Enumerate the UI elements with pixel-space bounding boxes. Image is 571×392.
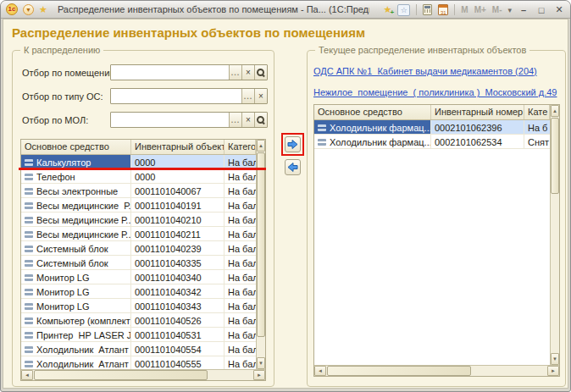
column-header-asset[interactable]: Основное средство (21, 140, 131, 154)
category-cell: На бала (225, 313, 256, 327)
filter-ostype-input[interactable] (111, 89, 241, 103)
scroll-down-icon[interactable]: ▼ (257, 357, 265, 369)
catalog-item-icon (25, 289, 33, 295)
inventory-object-cell: 0001101040067 (131, 184, 225, 197)
category-cell: На бала (225, 184, 256, 197)
table-row[interactable]: Весы электронные 0001101040067 На бала (21, 184, 256, 198)
horizontal-scrollbar[interactable]: ◄ ► (21, 369, 265, 380)
asset-name: Холодильник фармац... (330, 123, 431, 133)
move-left-button[interactable] (285, 159, 301, 175)
table-body: Калькулятор 0000 На бала Телефон 0000 На… (21, 155, 256, 369)
table-row[interactable]: Весы медицинские Р... 0001101040210 На б… (21, 213, 256, 227)
column-header-asset[interactable]: Основное средство (314, 105, 431, 119)
table-row[interactable]: Монитор LG 0001101040343 На бала (21, 299, 256, 313)
catalog-item-icon (25, 217, 33, 224)
table-row[interactable]: Холодильник фармац... 0002101062396 На б (314, 120, 550, 135)
column-header-category[interactable]: Кате (524, 105, 550, 119)
asset-cell: Компьютер (комплект) (21, 313, 131, 327)
building-link[interactable]: Нежилое помещение ( поликлиника ) Москов… (313, 87, 557, 97)
table-row[interactable]: Системный блок 0001101040335 На бала (21, 256, 256, 270)
table-row[interactable]: Холодильник фармац... 0002101062534 Снят (314, 135, 550, 149)
add-favorite-icon[interactable]: ★ (383, 4, 391, 15)
inventory-object-cell: 0001101040531 (131, 328, 225, 341)
scrollbar-thumb[interactable] (551, 118, 559, 194)
current-objects-table: Основное средство Инвентарный номер Кате… (313, 104, 560, 377)
calendar-icon[interactable]: 31 (438, 4, 448, 15)
1c-logo-icon[interactable]: 1с (6, 3, 18, 15)
memory-minus-button[interactable]: M- (492, 5, 502, 14)
filter-mol-label: Отбор по МОЛ: (22, 115, 88, 125)
calculator-icon[interactable] (423, 4, 432, 15)
move-left-icon (287, 162, 298, 173)
table-row[interactable]: Системный блок 0001101040239 На бала (21, 241, 256, 256)
titlebar-separator (454, 4, 455, 15)
filter-ostype-label: Отбор по типу ОС: (22, 91, 103, 102)
category-cell: На бала (225, 198, 256, 212)
asset-cell: Монитор LG (21, 270, 131, 284)
column-header-category[interactable]: Категор (225, 140, 256, 154)
scroll-up-icon[interactable]: ▲ (257, 140, 265, 152)
filter-mol-select-button[interactable]: ... (229, 113, 241, 127)
scrollbar-thumb[interactable] (257, 152, 265, 337)
scroll-left-icon[interactable]: ◄ (21, 370, 33, 380)
filter-ostype-clear-button[interactable]: × (254, 89, 267, 103)
scrollbar-thumb[interactable] (327, 366, 471, 376)
asset-cell: Калькулятор (21, 155, 131, 168)
favorites-star-icon[interactable]: ★ (39, 4, 47, 15)
table-row[interactable]: Весы медицинские Р... 0001101040211 На б… (21, 227, 256, 241)
system-menu-icon[interactable]: ▼ (23, 4, 34, 15)
inventory-object-cell: 0001101040335 (131, 256, 225, 269)
asset-cell: Весы электронные (21, 184, 131, 197)
table-header: Основное средство Инвентарный объект Кат… (21, 140, 256, 155)
table-row[interactable]: Холодильник Атлант 0001101040554 На бала (21, 342, 256, 356)
titlebar-separator (416, 4, 417, 15)
filter-mol-clear-button[interactable]: × (241, 113, 254, 127)
filter-room-input[interactable] (111, 65, 229, 80)
toolbar-overflow-icon[interactable]: ▾ (507, 6, 512, 14)
close-button[interactable]: ✕ (553, 4, 565, 15)
table-row[interactable]: Телефон 0000 На бала (21, 169, 256, 184)
table-row[interactable]: Монитор LG 0001101040340 На бала (21, 270, 256, 284)
filter-room-select-button[interactable]: ... (229, 65, 241, 80)
filter-room-search-button[interactable] (254, 65, 267, 80)
scroll-left-icon[interactable]: ◄ (314, 366, 326, 376)
catalog-item-icon (25, 361, 33, 367)
maximize-button[interactable]: □ (535, 5, 547, 15)
favorites-list-icon[interactable]: ☆ (397, 4, 410, 16)
table-row[interactable]: Весы медицинские Р... 0001101040191 На б… (21, 198, 256, 213)
table-row[interactable]: Холодильник Атлант 0001101040555 На бала (21, 356, 256, 369)
memory-recall-button[interactable]: M (461, 5, 468, 14)
memory-plus-button[interactable]: M+ (474, 5, 486, 14)
vertical-scrollbar[interactable]: ▲ ▼ (550, 105, 559, 365)
filter-room-clear-button[interactable]: × (241, 65, 254, 80)
vertical-scrollbar[interactable]: ▲ ▼ (256, 140, 265, 369)
asset-cell: Системный блок (21, 241, 131, 255)
column-header-inventory-object[interactable]: Инвентарный объект (131, 140, 225, 154)
room-link[interactable]: ОДС АПК №1 Кабинет выдачи медикаментов (… (313, 66, 537, 76)
form-client-area: Распределение инвентарных объектов по по… (3, 19, 568, 389)
scroll-up-icon[interactable]: ▲ (551, 105, 559, 117)
horizontal-scrollbar[interactable]: ◄ ► (314, 365, 559, 376)
tutorial-box-annotation (281, 133, 304, 156)
table-row[interactable]: Монитор LG 0001101040342 На бала (21, 284, 256, 299)
table-row[interactable]: Принтер HP LASER J... 0001101040531 На б… (21, 328, 256, 342)
scroll-down-icon[interactable]: ▼ (551, 353, 559, 365)
asset-name: Телефон (36, 172, 75, 182)
table-row[interactable]: Компьютер (комплект) 0001101040526 На ба… (21, 313, 256, 328)
filter-ostype-select-button[interactable]: ... (241, 89, 254, 103)
catalog-item-icon (25, 303, 33, 310)
scroll-right-icon[interactable]: ► (547, 366, 559, 376)
asset-name: Монитор LG (36, 287, 90, 297)
category-cell: На бала (225, 241, 256, 255)
scroll-right-icon[interactable]: ► (253, 370, 265, 380)
scrollbar-thumb[interactable] (34, 370, 208, 380)
minimize-button[interactable]: – (518, 5, 529, 15)
catalog-item-icon (318, 124, 326, 131)
filter-mol-input[interactable] (111, 113, 229, 127)
column-header-inventory-number[interactable]: Инвентарный номер (431, 105, 524, 119)
category-cell: На бала (225, 299, 256, 312)
asset-name: Весы медицинские Р... (36, 201, 131, 211)
asset-cell: Принтер HP LASER J... (21, 328, 131, 341)
filter-mol-search-button[interactable] (254, 113, 267, 127)
inventory-object-cell: 0001101040211 (131, 227, 225, 240)
